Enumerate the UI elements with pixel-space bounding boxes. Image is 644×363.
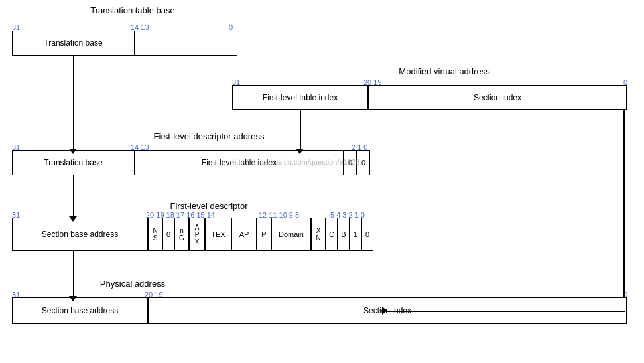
mva-first-level-index-box: First-level table index bbox=[232, 85, 368, 110]
fld-last-zero-label: 0 bbox=[365, 230, 369, 238]
fld-b-label: B bbox=[341, 230, 346, 238]
arrowhead-fld-to-pa-left bbox=[69, 296, 77, 301]
pa-section-base-label: Section base address bbox=[42, 306, 118, 315]
arrow-mva-to-fld bbox=[300, 110, 301, 150]
pa-section-base-box: Section base address bbox=[12, 297, 148, 324]
fld-c-cell: C bbox=[326, 218, 338, 251]
arrow-fldaddr-to-fld bbox=[73, 175, 74, 218]
fld-one-label: 1 bbox=[354, 230, 357, 238]
mva-section-index-box: Section index bbox=[368, 85, 627, 110]
arrow-ttb-to-fld bbox=[73, 56, 74, 150]
fld-zero-n-label: 0 bbox=[166, 230, 170, 238]
fld-apx-label: A P X bbox=[195, 224, 200, 246]
fld-tex-cell: TEX bbox=[205, 218, 231, 251]
fld-last-zero-cell: 0 bbox=[361, 218, 373, 251]
fld-xn-label: X N bbox=[316, 227, 320, 242]
fld-title: First-level descriptor bbox=[126, 201, 292, 211]
fld-b-cell: B bbox=[338, 218, 350, 251]
fld-one-cell: 1 bbox=[350, 218, 361, 251]
fld-domain-label: Domain bbox=[279, 230, 304, 238]
fld-addr-translation-base-label: Translation base bbox=[44, 158, 102, 167]
fld-addr-zero-b-label: 0 bbox=[361, 159, 365, 167]
arrow-fld-to-pa-left bbox=[73, 251, 74, 297]
arrow-section-index-vertical bbox=[623, 110, 625, 297]
ttb-right-box bbox=[135, 31, 237, 56]
fld-ns-label: N S bbox=[153, 227, 157, 242]
fld-ap-cell: AP bbox=[231, 218, 257, 251]
ttb-translation-base-box: Translation base bbox=[12, 31, 135, 56]
fld-p-label: P bbox=[261, 230, 266, 238]
mva-title: Modified virtual address bbox=[378, 66, 511, 76]
mva-first-level-label: First-level table index bbox=[263, 93, 338, 102]
arrowhead-section-index bbox=[382, 307, 387, 315]
mva-section-index-label: Section index bbox=[474, 93, 521, 102]
fld-ns-cell: N S bbox=[148, 218, 162, 251]
fld-ng-label: n G bbox=[179, 227, 184, 242]
fld-addr-title: First-level descriptor address bbox=[126, 131, 292, 141]
fld-xn-cell: X N bbox=[311, 218, 326, 251]
fld-c-label: C bbox=[329, 230, 334, 238]
ttb-title: Translation table base bbox=[80, 5, 186, 15]
fld-tex-label: TEX bbox=[211, 230, 225, 238]
fld-apx-cell: A P X bbox=[189, 218, 205, 251]
fld-section-base-box: Section base address bbox=[12, 218, 148, 251]
fld-ng-cell: n G bbox=[174, 218, 189, 251]
arrowhead-fldaddr-to-fld bbox=[69, 216, 77, 222]
pa-title: Physical address bbox=[66, 279, 199, 289]
fld-ap-label: AP bbox=[239, 230, 249, 238]
arrow-section-index-horizontal bbox=[387, 311, 625, 312]
arrowhead-mva-to-fld bbox=[296, 149, 304, 154]
watermark-text: http://zhidao.baidu.com/question/e1028 bbox=[232, 158, 359, 166]
arrowhead-ttb-to-fld bbox=[69, 149, 77, 154]
fld-section-base-label: Section base address bbox=[42, 230, 118, 239]
ttb-translation-base-label: Translation base bbox=[44, 38, 102, 48]
fld-zero-n: 0 bbox=[162, 218, 174, 251]
fld-p-cell: P bbox=[257, 218, 271, 251]
fld-domain-cell: Domain bbox=[271, 218, 311, 251]
